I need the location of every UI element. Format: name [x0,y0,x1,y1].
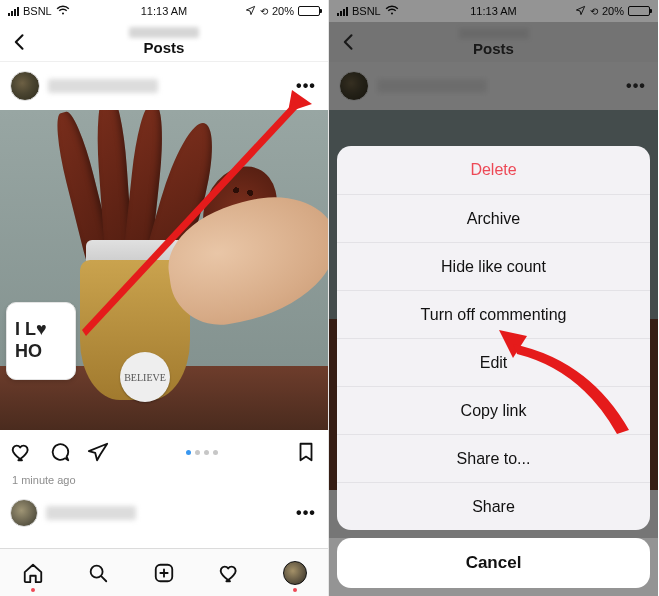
sign-line1: I L♥ [15,319,47,341]
notification-dot-icon [293,588,297,592]
post-image[interactable]: BELIEVE I L♥ HO [0,110,328,430]
tab-home[interactable] [20,560,46,586]
menu-item-share-to[interactable]: Share to... [337,434,650,482]
status-bar: BSNL 11:13 AM ⟲ 20% [0,0,328,22]
page-title: Posts [144,39,185,56]
post-action-row [0,430,328,474]
menu-item-delete[interactable]: Delete [337,146,650,194]
profile-avatar-icon [283,561,307,585]
back-button[interactable] [0,22,40,62]
post-more-button[interactable]: ••• [294,504,318,522]
action-sheet: Delete Archive Hide like count Turn off … [337,146,650,588]
tab-new-post[interactable] [151,560,177,586]
phone-right: BSNL 11:13 AM ⟲ 20% [329,0,658,596]
nav-header: Posts [0,22,328,62]
nav-username-redacted [129,27,199,38]
save-button[interactable] [294,440,318,464]
battery-pct: 20% [272,5,294,17]
menu-cancel-button[interactable]: Cancel [337,538,650,588]
menu-item-edit[interactable]: Edit [337,338,650,386]
signal-icon [8,7,19,16]
sign-line2: HO [15,341,42,363]
menu-item-copy-link[interactable]: Copy link [337,386,650,434]
share-button[interactable] [86,440,110,464]
next-post-header: ••• [0,492,328,534]
post-timestamp: 1 minute ago [0,474,328,492]
image-jar-tag: BELIEVE [120,352,170,402]
tab-activity[interactable] [217,560,243,586]
phone-left: BSNL 11:13 AM ⟲ 20% Posts ••• [0,0,329,596]
svg-point-0 [91,565,103,577]
tab-search[interactable] [85,560,111,586]
menu-item-hide-like-count[interactable]: Hide like count [337,242,650,290]
location-icon [245,5,256,18]
like-button[interactable] [10,440,34,464]
tab-profile[interactable] [282,560,308,586]
tab-bar [0,548,328,596]
post-header: ••• [0,62,328,110]
menu-item-share[interactable]: Share [337,482,650,530]
post-more-button[interactable]: ••• [294,77,318,95]
carrier-label: BSNL [23,5,52,17]
post-username-redacted[interactable] [48,79,158,93]
notification-dot-icon [31,588,35,592]
avatar[interactable] [10,499,38,527]
avatar[interactable] [10,71,40,101]
rotation-lock-icon: ⟲ [260,6,268,17]
menu-item-archive[interactable]: Archive [337,194,650,242]
image-sign: I L♥ HO [6,302,76,380]
battery-icon [298,6,320,16]
comment-button[interactable] [48,440,72,464]
carousel-dots [186,450,218,455]
post-username-redacted[interactable] [46,506,136,520]
wifi-icon [56,5,70,17]
menu-item-turn-off-commenting[interactable]: Turn off commenting [337,290,650,338]
